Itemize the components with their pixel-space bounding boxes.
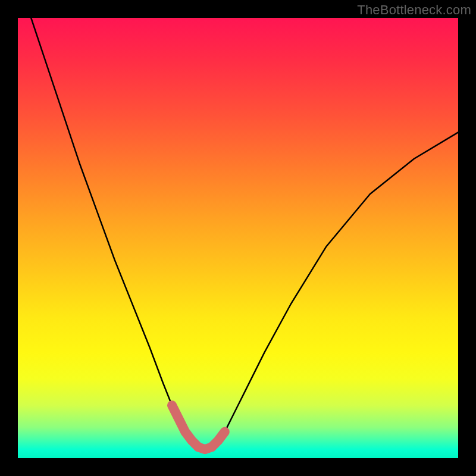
bottleneck-curve	[31, 18, 458, 449]
chart-frame: TheBottleneck.com	[0, 0, 476, 476]
watermark-text: TheBottleneck.com	[357, 2, 471, 18]
plot-area	[18, 18, 458, 458]
curve-svg	[18, 18, 458, 458]
optimal-zone-highlight	[172, 405, 225, 449]
